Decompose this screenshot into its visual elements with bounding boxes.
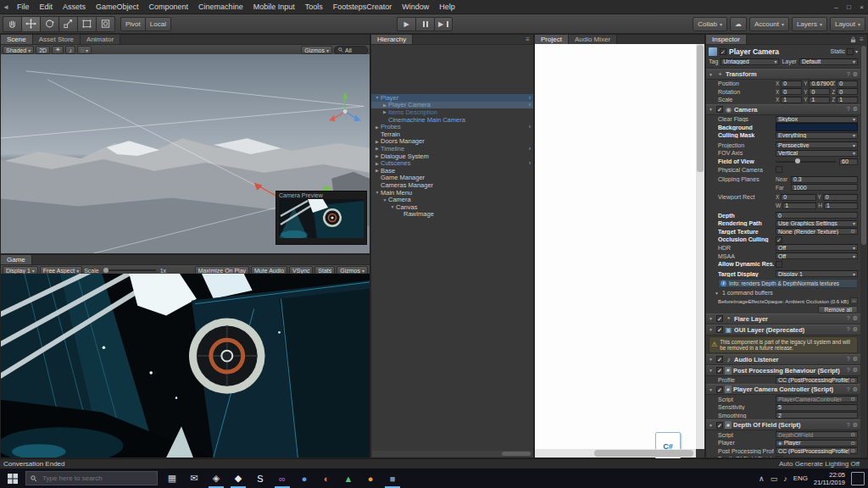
foldout-arrow-icon[interactable]: ▼: [709, 72, 715, 77]
hierarchy-item-canvas[interactable]: ▼Canvas: [371, 203, 533, 211]
component-enabled-checkbox[interactable]: ✓: [716, 326, 723, 333]
foldout-arrow-icon[interactable]: ▶: [374, 125, 381, 130]
scale-slider[interactable]: [103, 269, 156, 271]
taskbar-app-icon[interactable]: ●: [359, 469, 381, 488]
help-icon[interactable]: ?: [847, 315, 850, 322]
x-field[interactable]: 0: [781, 194, 815, 201]
move-tool-button[interactable]: [21, 16, 40, 32]
projection-dropdown[interactable]: Perspective▾: [776, 141, 858, 148]
foldout-arrow-icon[interactable]: ▼: [709, 316, 715, 321]
foldout-arrow-icon[interactable]: ▶: [381, 103, 388, 108]
menu-item-assets[interactable]: Assets: [58, 3, 91, 11]
component-header-flare-layer[interactable]: ▼✓*Flare Layer?⚙: [706, 313, 860, 324]
tray-expand-icon[interactable]: ∧: [759, 474, 765, 483]
component-header-audio-listener[interactable]: ▼✓♪Audio Listener?⚙: [706, 354, 860, 365]
far-field[interactable]: 1000: [791, 184, 858, 191]
audio-toggle[interactable]: ♪: [65, 46, 75, 54]
foldout-arrow-icon[interactable]: ▼: [374, 95, 381, 100]
smoothing-field[interactable]: 2: [776, 412, 858, 419]
object-picker-icon[interactable]: ⊙: [851, 431, 855, 438]
gear-icon[interactable]: ⚙: [853, 315, 858, 322]
inspector-vscrollbar[interactable]: [860, 44, 867, 458]
collab-button[interactable]: Collab▾: [693, 17, 727, 31]
player-object-field[interactable]: ◆Player⊙: [776, 440, 858, 446]
object-picker-icon[interactable]: ⊙: [851, 377, 855, 384]
taskbar-app-icon[interactable]: ●: [293, 469, 315, 488]
script-object-field[interactable]: DepthOfField⊙: [776, 431, 858, 438]
msaa-dropdown[interactable]: Off▾: [776, 252, 858, 259]
help-icon[interactable]: ?: [847, 386, 850, 393]
rotation-z-field[interactable]: 0: [837, 88, 858, 95]
foldout-arrow-icon[interactable]: ▶: [381, 109, 388, 114]
prefab-chevron-icon[interactable]: ›: [529, 124, 531, 130]
menu-item-file[interactable]: File: [12, 3, 35, 11]
component-enabled-checkbox[interactable]: ✓: [716, 356, 723, 363]
menu-item-edit[interactable]: Edit: [35, 3, 58, 11]
menu-item-help[interactable]: Help: [434, 3, 460, 11]
foldout-arrow-icon[interactable]: ▼: [709, 368, 715, 373]
tag-dropdown[interactable]: Untagged▾: [721, 58, 779, 65]
foldout-arrow-icon[interactable]: ▼: [709, 107, 715, 112]
rotation-x-field[interactable]: 0: [781, 88, 802, 95]
language-indicator[interactable]: ENG: [793, 474, 808, 482]
pc-status-icon[interactable]: ▭: [771, 474, 778, 483]
taskbar-search[interactable]: [25, 471, 158, 485]
object-picker-icon[interactable]: ⊙: [851, 440, 855, 446]
scrollbar-thumb[interactable]: [697, 45, 704, 172]
pivot-toggle-button[interactable]: Pivot: [120, 17, 145, 31]
console-status-message[interactable]: Conversation Ended: [3, 460, 65, 468]
hierarchy-item-cinemachine-main-camera[interactable]: Cinemachine Main Camera: [371, 116, 533, 124]
hierarchy-item-base[interactable]: ▶Base: [371, 167, 533, 175]
hierarchy-item-cameras-manager[interactable]: Cameras Manager: [371, 181, 533, 189]
taskbar-app-icon[interactable]: ✉: [183, 469, 205, 488]
fov-axis-dropdown[interactable]: Vertical▾: [776, 150, 858, 157]
hierarchy-item-main-menu[interactable]: ▼Main Menu: [371, 189, 533, 197]
effects-dropdown[interactable]: ◌▾: [77, 46, 92, 54]
h-field[interactable]: 1: [824, 202, 858, 209]
field-of-view-slider[interactable]: [776, 161, 836, 163]
help-icon[interactable]: ?: [847, 71, 850, 78]
gizmos-dropdown[interactable]: Gizmos▾: [301, 46, 332, 54]
menu-item-tools[interactable]: Tools: [300, 3, 328, 11]
foldout-arrow-icon[interactable]: ▼: [381, 197, 388, 202]
object-picker-icon[interactable]: ⊙: [851, 228, 855, 235]
scene-viewport[interactable]: Camera Preview: [1, 54, 370, 253]
rendering-path-dropdown[interactable]: Use Graphics Settings▾: [776, 220, 858, 227]
action-center-icon[interactable]: [851, 472, 865, 485]
gear-icon[interactable]: ⚙: [853, 356, 858, 363]
allow-dynamic-res-checkbox[interactable]: [776, 261, 782, 268]
prefab-chevron-icon[interactable]: ›: [529, 102, 531, 108]
tab-game[interactable]: Game: [1, 255, 32, 264]
start-button[interactable]: [0, 469, 25, 488]
menu-item-component[interactable]: Component: [144, 3, 194, 11]
gear-icon[interactable]: ⚙: [853, 386, 858, 393]
object-picker-icon[interactable]: ⊙: [851, 447, 855, 454]
remove-buffer-button[interactable]: −: [850, 297, 858, 304]
tab-hierarchy[interactable]: Hierarchy: [371, 35, 413, 44]
foldout-arrow-icon[interactable]: ▶: [374, 153, 381, 158]
y-field[interactable]: 0: [823, 194, 858, 201]
static-checkbox[interactable]: [847, 48, 854, 55]
foldout-arrow-icon[interactable]: ▶: [374, 146, 381, 151]
component-header-player-camera-controller-script[interactable]: ▼✓#Player Camera Controller (Script)?⚙: [706, 384, 860, 395]
position-y-field[interactable]: 0.67900: [809, 80, 830, 87]
prefab-chevron-icon[interactable]: ›: [529, 146, 531, 152]
tab-asset-store[interactable]: Asset Store: [33, 35, 81, 44]
hierarchy-item-dialogue-system[interactable]: ▶Dialogue System: [371, 152, 533, 160]
component-enabled-checkbox[interactable]: ✓: [716, 315, 723, 322]
prefab-chevron-icon[interactable]: ›: [529, 160, 531, 166]
taskbar-app-icon[interactable]: ▲: [337, 469, 359, 488]
menu-item-window[interactable]: Window: [397, 3, 434, 11]
hierarchy-item-rawimage[interactable]: RawImage: [371, 211, 533, 219]
hierarchy-item-items-description[interactable]: ▶Items Description: [371, 108, 533, 116]
tab-inspector[interactable]: Inspector: [706, 35, 747, 44]
lighting-toggle[interactable]: ☀: [52, 46, 64, 54]
gear-icon[interactable]: ⚙: [853, 422, 858, 429]
scale-y-field[interactable]: 1: [809, 97, 830, 103]
foldout-arrow-icon[interactable]: ▶: [374, 168, 381, 173]
remove-all-button[interactable]: Remove all: [818, 306, 858, 313]
object-picker-icon[interactable]: ⊙: [851, 396, 855, 402]
component-enabled-checkbox[interactable]: ✓: [716, 386, 723, 393]
layers-button[interactable]: Layers▾: [792, 17, 827, 31]
taskbar-app-icon[interactable]: ◈: [205, 469, 227, 488]
